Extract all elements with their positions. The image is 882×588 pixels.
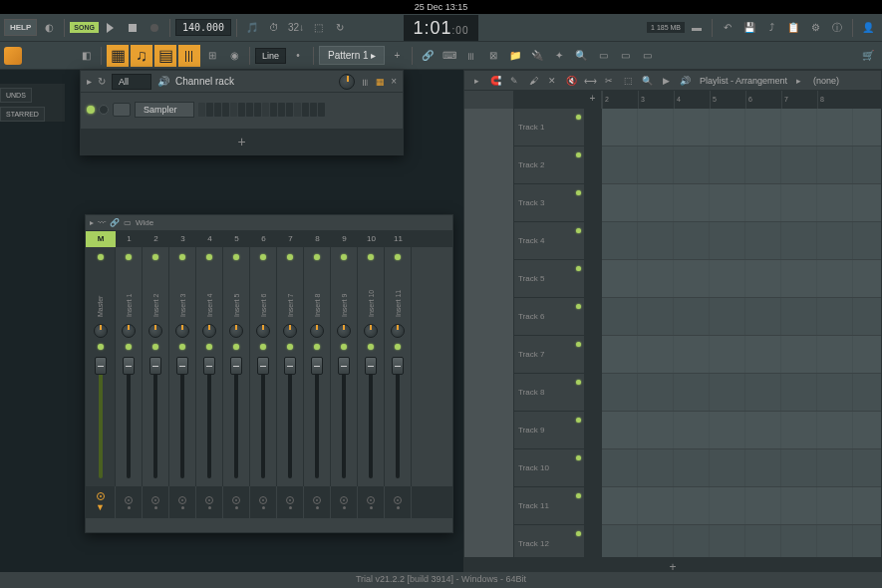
- play-button[interactable]: [101, 18, 121, 38]
- tool-3-icon[interactable]: ▭: [637, 46, 657, 66]
- fader-track[interactable]: [342, 357, 346, 478]
- track-led[interactable]: [576, 418, 581, 423]
- back-icon[interactable]: ▸: [87, 76, 92, 87]
- bar-number[interactable]: 3: [638, 91, 674, 109]
- bar-number[interactable]: 6: [745, 91, 781, 109]
- insert-number[interactable]: 2: [143, 231, 169, 247]
- playlist-header[interactable]: ▸ 🧲 ✎ 🖌 ✕ 🔇 ⟷ ✂ ⬚ 🔍 ▶ 🔊 Playlist - Arran…: [464, 71, 881, 91]
- route-dot[interactable]: [154, 506, 157, 509]
- step[interactable]: [246, 103, 253, 117]
- save-button[interactable]: 💾: [739, 18, 759, 38]
- pan-knob[interactable]: [283, 324, 297, 338]
- playlist-arrangement[interactable]: ▸: [790, 73, 806, 89]
- undo-button[interactable]: ↶: [718, 18, 737, 38]
- close-icon[interactable]: ×: [391, 76, 397, 87]
- step[interactable]: [206, 103, 213, 117]
- view-extra-button[interactable]: ◉: [224, 46, 244, 66]
- channel-led[interactable]: [87, 106, 95, 114]
- track-header[interactable]: Track 7: [514, 336, 584, 374]
- step-sequencer[interactable]: [198, 103, 325, 117]
- pl-delete-icon[interactable]: ✕: [544, 73, 560, 89]
- routing-cell[interactable]: [385, 486, 412, 518]
- track-led[interactable]: [576, 531, 581, 536]
- settings-button[interactable]: ⚙: [805, 18, 825, 38]
- strip-led[interactable]: [314, 254, 320, 260]
- snap-select[interactable]: Line: [255, 48, 286, 64]
- track-led[interactable]: [576, 493, 581, 498]
- step[interactable]: [302, 103, 309, 117]
- view-playlist-button[interactable]: ▦: [107, 45, 129, 67]
- view-channelrack-button[interactable]: ▤: [154, 45, 176, 67]
- track-header[interactable]: Track 10: [514, 449, 584, 487]
- route-dot[interactable]: [181, 506, 184, 509]
- send-knob[interactable]: [259, 496, 267, 504]
- info-button[interactable]: ⓘ: [827, 18, 847, 38]
- fader-track[interactable]: [315, 357, 319, 478]
- mixer-link-icon[interactable]: 🔗: [110, 218, 120, 227]
- track-row[interactable]: [602, 487, 881, 525]
- strip-led2[interactable]: [98, 344, 104, 350]
- strip-led[interactable]: [98, 254, 104, 260]
- track-row[interactable]: [602, 184, 881, 222]
- route-dot[interactable]: [235, 506, 238, 509]
- view-pianoroll-button[interactable]: ♫: [131, 45, 152, 67]
- send-knob[interactable]: [313, 496, 321, 504]
- shop-button[interactable]: 🛒: [858, 46, 878, 66]
- track-row[interactable]: [602, 222, 881, 260]
- strip-led[interactable]: [260, 254, 266, 260]
- menu-icon[interactable]: ◐: [39, 18, 59, 38]
- routing-cell[interactable]: [196, 486, 223, 518]
- tool-star-icon[interactable]: ✦: [549, 46, 569, 66]
- routing-cell[interactable]: [304, 486, 331, 518]
- fader-handle[interactable]: [176, 357, 188, 375]
- mixer-wave-icon[interactable]: 〰: [98, 218, 106, 227]
- fader-track[interactable]: [234, 357, 238, 478]
- swing-knob[interactable]: [339, 74, 355, 90]
- strip-led[interactable]: [368, 254, 374, 260]
- track-header[interactable]: Track 5: [514, 260, 584, 298]
- pl-mute-icon[interactable]: 🔇: [563, 73, 579, 89]
- fader-track[interactable]: [153, 357, 157, 478]
- strip-led2[interactable]: [395, 344, 401, 350]
- track-row[interactable]: [602, 525, 881, 557]
- route-dot[interactable]: [128, 506, 131, 509]
- fader-handle[interactable]: [123, 357, 135, 375]
- track-header[interactable]: Track 11: [514, 487, 584, 525]
- mixer-menu-icon[interactable]: ▸: [90, 218, 94, 227]
- pan-knob[interactable]: [175, 324, 189, 338]
- step[interactable]: [230, 103, 237, 117]
- fader-track[interactable]: [369, 357, 373, 478]
- track-led[interactable]: [576, 455, 581, 460]
- tool-plugin-icon[interactable]: 📁: [505, 46, 525, 66]
- track-row[interactable]: [602, 336, 881, 374]
- pattern-add[interactable]: +: [387, 46, 407, 66]
- step[interactable]: [318, 103, 325, 117]
- step[interactable]: [294, 103, 301, 117]
- forward-icon[interactable]: ↻: [98, 76, 106, 87]
- step-icon[interactable]: ⬚: [308, 18, 328, 38]
- insert-number[interactable]: 3: [169, 231, 196, 247]
- strip-led[interactable]: [341, 254, 347, 260]
- graph-icon[interactable]: ⫼: [361, 77, 370, 87]
- mixer-insert-strip[interactable]: Insert 7: [277, 247, 304, 486]
- sidebar-tab-sounds[interactable]: UNDS: [0, 88, 32, 103]
- step[interactable]: [262, 103, 269, 117]
- record-button[interactable]: [145, 18, 164, 38]
- metronome-icon[interactable]: 🎵: [242, 18, 262, 38]
- options-icon[interactable]: ▦: [376, 77, 385, 87]
- routing-cell[interactable]: [223, 486, 250, 518]
- user-button[interactable]: 👤: [858, 18, 878, 38]
- wait-icon[interactable]: 32↓: [286, 18, 306, 38]
- track-led[interactable]: [576, 304, 581, 309]
- routing-cell[interactable]: [143, 486, 169, 518]
- fader-track[interactable]: [207, 357, 211, 478]
- track-header[interactable]: Track 2: [514, 147, 584, 184]
- step[interactable]: [238, 103, 245, 117]
- tool-close-icon[interactable]: ⊠: [483, 46, 503, 66]
- step[interactable]: [222, 103, 229, 117]
- routing-cell[interactable]: [169, 486, 196, 518]
- bar-number[interactable]: 5: [710, 91, 745, 109]
- arrangement-grid[interactable]: [602, 109, 881, 557]
- fader-handle[interactable]: [203, 357, 215, 375]
- view-mixer-button[interactable]: ⫼: [178, 45, 200, 67]
